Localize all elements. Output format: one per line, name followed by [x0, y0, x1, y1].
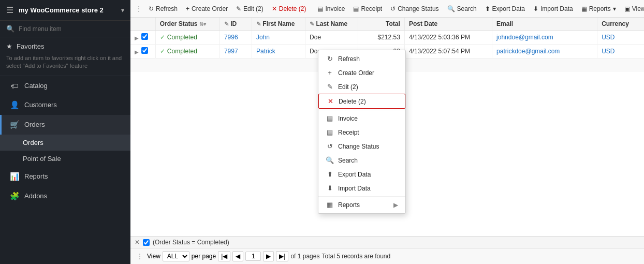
ctx-create-order-label: Create Order — [338, 69, 374, 77]
col-header-postdate[interactable]: Post Date — [404, 18, 492, 31]
row-1-status: ✓ Completed — [155, 31, 219, 45]
create-order-button[interactable]: + Create Order — [182, 4, 231, 14]
edit-lname-icon: ✎ — [310, 21, 314, 27]
ctx-import[interactable]: ⬇ Import Data — [318, 181, 405, 195]
receipt-icon: ▤ — [353, 5, 359, 12]
prev-page-button[interactable]: ◀ — [232, 251, 243, 261]
refresh-button[interactable]: ↻ Refresh — [145, 4, 181, 14]
row-2-postdate: 4/13/2022 5:07:54 PM — [404, 45, 492, 58]
menu-search-input[interactable] — [19, 25, 124, 33]
favorites-label: Favorites — [17, 42, 44, 50]
row-2-check[interactable]: ▶ — [130, 45, 155, 58]
edit-button[interactable]: ✎ Edit (2) — [232, 4, 267, 14]
invoice-button[interactable]: ▤ Invoice — [314, 4, 348, 14]
table-header-row: Order Status ⇅▾ ✎ ID ✎ First Name ✎ Last… — [130, 18, 644, 31]
sidebar-subitem-orders[interactable]: Orders — [0, 135, 130, 151]
col-header-email[interactable]: Email — [492, 18, 597, 31]
orders-table-container: Order Status ⇅▾ ✎ ID ✎ First Name ✎ Last… — [130, 18, 644, 236]
page-number-input[interactable] — [245, 252, 261, 261]
total-empty — [404, 58, 644, 71]
col-header-status[interactable]: Order Status ⇅▾ — [155, 18, 219, 31]
ctx-reports-icon: ▦ — [326, 201, 334, 209]
sidebar-item-catalog[interactable]: 🏷 Catalog — [0, 76, 130, 95]
completed-check-icon: ✓ — [160, 34, 165, 41]
row-2-email-link[interactable]: patrickdoe@gmail.com — [496, 48, 560, 55]
ctx-invoice[interactable]: ▤ Invoice — [318, 111, 405, 125]
ctx-change-status-label: Change Status — [338, 143, 379, 150]
row-expand-icon: ▶ — [135, 35, 139, 41]
row-2-fname: Patrick — [252, 45, 305, 58]
row-1-id: 7996 — [219, 31, 252, 45]
row-1-check[interactable]: ▶ — [130, 31, 155, 45]
row-2-id-link[interactable]: 7997 — [224, 48, 238, 55]
chevron-down-icon[interactable]: ▾ — [121, 7, 124, 14]
row-2-checkbox[interactable] — [141, 47, 148, 54]
last-page-button[interactable]: ▶| — [276, 251, 288, 261]
ctx-delete[interactable]: ✕ Delete (2) — [318, 94, 405, 109]
table-row[interactable]: ▶ ✓ Completed 7996 John — [130, 31, 644, 45]
ctx-refresh-label: Refresh — [338, 55, 360, 63]
ctx-export-icon: ⬆ — [326, 170, 334, 178]
import-button[interactable]: ⬇ Import Data — [530, 4, 577, 14]
ctx-receipt-label: Receipt — [338, 129, 359, 136]
ctx-reports-label: Reports — [338, 201, 360, 209]
ctx-export[interactable]: ⬆ Export Data — [318, 167, 405, 181]
sidebar-subitem-pos[interactable]: Point of Sale — [0, 151, 130, 167]
toolbar-drag-handle[interactable]: ⋮ — [134, 5, 144, 13]
row-1-email: johndoe@gmail.com — [492, 31, 597, 45]
ctx-refresh[interactable]: ↻ Refresh — [318, 52, 405, 66]
store-name: my WooCommerce store 2 — [19, 6, 121, 14]
customers-icon: 👤 — [10, 100, 19, 110]
sidebar-item-orders[interactable]: 🛒 Orders — [0, 115, 130, 135]
ctx-import-label: Import Data — [338, 185, 371, 192]
reports-button[interactable]: ▦ Reports ▾ — [578, 4, 620, 14]
search-button[interactable]: 🔍 Search — [444, 4, 480, 14]
invoice-icon: ▤ — [317, 5, 323, 12]
change-status-button[interactable]: ↺ Change Status — [387, 4, 442, 14]
row-1-email-link[interactable]: johndoe@gmail.com — [496, 34, 553, 41]
sidebar-item-customers[interactable]: 👤 Customers — [0, 95, 130, 115]
col-header-currency[interactable]: Currency — [597, 18, 644, 31]
row-2-id: 7997 — [219, 45, 252, 58]
sidebar-item-reports[interactable]: 📊 Reports — [0, 167, 130, 186]
ctx-search-icon: 🔍 — [326, 156, 334, 164]
col-header-total[interactable]: Total — [358, 18, 404, 31]
col-header-id[interactable]: ✎ ID — [219, 18, 252, 31]
next-page-button[interactable]: ▶ — [263, 251, 274, 261]
row-1-fname-link[interactable]: John — [256, 34, 270, 41]
receipt-button[interactable]: ▤ Receipt — [349, 4, 386, 14]
main-content: ⋮ ↻ Refresh + Create Order ✎ Edit (2) ✕ … — [130, 0, 644, 264]
orders-icon: 🛒 — [10, 120, 19, 129]
sidebar-item-addons[interactable]: 🧩 Addons — [0, 186, 130, 206]
filter-tag-text: (Order Status = Completed) — [153, 239, 229, 246]
row-2-fname-link[interactable]: Patrick — [256, 48, 275, 55]
ctx-reports[interactable]: ▦ Reports ▶ — [318, 198, 405, 212]
row-1-id-link[interactable]: 7996 — [224, 34, 238, 41]
col-header-lname[interactable]: ✎ Last Name — [305, 18, 358, 31]
ctx-edit[interactable]: ✎ Edit (2) — [318, 80, 405, 94]
ctx-search[interactable]: 🔍 Search — [318, 153, 405, 167]
filter-close-icon[interactable]: ✕ — [135, 239, 140, 246]
delete-button[interactable]: ✕ Delete (2) — [268, 4, 310, 14]
ctx-separator-2 — [318, 196, 405, 197]
export-icon: ⬆ — [485, 5, 490, 12]
per-page-select[interactable]: ALL — [163, 251, 189, 261]
ctx-change-status[interactable]: ↺ Change Status — [318, 139, 405, 153]
first-page-button[interactable]: |◀ — [218, 251, 230, 261]
ctx-create-order[interactable]: + Create Order — [318, 66, 405, 80]
ctx-receipt[interactable]: ▤ Receipt — [318, 125, 405, 139]
toolbar: ⋮ ↻ Refresh + Create Order ✎ Edit (2) ✕ … — [130, 0, 644, 18]
row-1-checkbox[interactable] — [141, 33, 148, 40]
export-button[interactable]: ⬆ Export Data — [481, 4, 529, 14]
row-1-fname: John — [252, 31, 305, 45]
filter-checkbox[interactable] — [143, 239, 150, 246]
ctx-export-label: Export Data — [338, 171, 371, 178]
ctx-invoice-label: Invoice — [338, 115, 358, 122]
view-button[interactable]: ▣ View ▾ — [621, 4, 644, 14]
change-status-icon: ↺ — [390, 5, 396, 12]
hamburger-icon[interactable]: ☰ — [6, 5, 13, 15]
col-header-fname[interactable]: ✎ First Name — [252, 18, 305, 31]
ctx-invoice-icon: ▤ — [326, 114, 334, 122]
pag-drag-handle[interactable]: ⋮ — [135, 252, 145, 260]
of-pages-text: of 1 pages — [290, 253, 319, 260]
